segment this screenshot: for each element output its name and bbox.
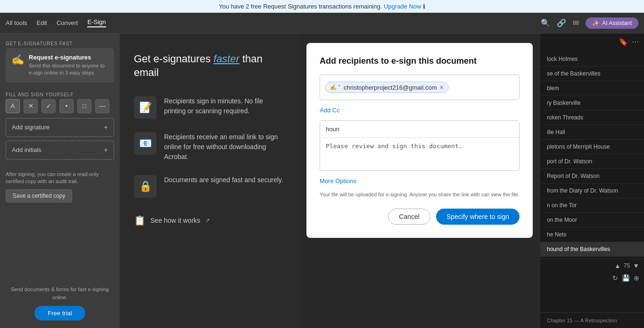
- free-trial-button[interactable]: Free trial: [34, 306, 85, 320]
- promo-item-1-text: Recipients receive an email link to sign…: [164, 132, 285, 162]
- fill-tools: A ✕ ✓ • □ —: [6, 99, 114, 113]
- nav-convert[interactable]: Convert: [57, 19, 78, 26]
- cancel-button[interactable]: Cancel: [388, 209, 430, 225]
- section-title-fill: FILL AND SIGN YOURSELF: [6, 92, 114, 97]
- book-item-5[interactable]: ille Hall: [540, 125, 644, 140]
- fill-tool-box[interactable]: □: [77, 99, 91, 113]
- see-how-works[interactable]: 📋 See how it works ↗: [134, 215, 285, 226]
- toolbar-right: 🔍 🔗 ✉ ✨ AI Assistant: [541, 17, 638, 29]
- ai-assistant-button[interactable]: ✨ AI Assistant: [586, 17, 638, 29]
- message-subject-field[interactable]: [320, 121, 519, 138]
- promo-panel: Get e-signatures faster than email 📝 Rec…: [120, 34, 299, 328]
- see-how-works-link[interactable]: See how it works: [150, 217, 200, 224]
- book-item-8[interactable]: Report of Dr. Watson: [540, 169, 644, 184]
- link-icon[interactable]: 🔗: [557, 18, 566, 27]
- book-item-6[interactable]: pletons of Merripit House: [540, 140, 644, 154]
- modal-overlay: Add recipients to e-sign this document ✍…: [299, 34, 540, 328]
- toolbar-nav: All tools Edit Convert E-Sign: [6, 18, 106, 27]
- notification-bar: You have 2 free Request Signatures trans…: [0, 0, 644, 13]
- file-notice: Your file will be uploaded for e-signing…: [320, 191, 520, 198]
- external-link-icon: ↗: [205, 217, 210, 224]
- search-icon[interactable]: 🔍: [541, 18, 550, 27]
- recipient-chip: ✍ ˅ christopherproject216@gmail.com ×: [325, 82, 449, 93]
- notification-text: You have 2 free Request Signatures trans…: [219, 3, 382, 10]
- chip-pen-icon: ✍ ˅: [330, 84, 341, 91]
- specify-where-button[interactable]: Specify where to sign: [436, 209, 520, 225]
- promo-item-0-icon: 📝: [134, 96, 157, 119]
- certified-copy-section: After signing, you can create a read-onl…: [6, 171, 114, 202]
- save-icon[interactable]: 💾: [622, 274, 630, 282]
- refresh-icon[interactable]: ↻: [612, 274, 618, 282]
- fill-tool-dot[interactable]: •: [59, 99, 74, 113]
- sidebar-bottom: Send documents & forms for fast e-signin…: [6, 286, 114, 320]
- zoom-fit-icon[interactable]: ⊕: [634, 274, 639, 282]
- certified-copy-desc: After signing, you can create a read-onl…: [6, 171, 114, 185]
- zoom-out-icon[interactable]: ▼: [633, 262, 639, 269]
- see-how-works-icon: 📋: [134, 215, 146, 226]
- promo-item-1-icon: 📧: [134, 132, 157, 155]
- request-esig-desc: Send this document to anyone to e-sign o…: [29, 62, 108, 77]
- message-input-container: Please review and sign this document.: [320, 120, 520, 171]
- more-options-link[interactable]: More Options: [320, 177, 520, 185]
- promo-item-1: 📧 Recipients receive an email link to si…: [134, 132, 285, 162]
- book-item-1[interactable]: se of the Baskervilles: [540, 67, 644, 81]
- add-cc-link[interactable]: Add Cc: [320, 107, 520, 114]
- upgrade-link[interactable]: Upgrade Now: [384, 3, 421, 10]
- book-item-10[interactable]: n on the Tor: [540, 198, 644, 213]
- fill-tool-line[interactable]: —: [95, 99, 109, 113]
- fill-tool-text[interactable]: A: [6, 99, 20, 113]
- add-signature-plus-icon: +: [104, 123, 108, 132]
- promo-faster: faster: [214, 53, 239, 65]
- book-item-12[interactable]: he Nets: [540, 227, 644, 242]
- mail-icon[interactable]: ✉: [573, 18, 579, 27]
- zoom-in-icon[interactable]: ▲: [614, 262, 621, 269]
- request-esig-card[interactable]: ✍ Request e-signatures Send this documen…: [6, 48, 114, 83]
- chip-close-icon[interactable]: ×: [440, 84, 444, 91]
- bookmark-icon[interactable]: 🔖: [619, 37, 628, 46]
- promo-title: Get e-signatures faster than email: [134, 52, 285, 79]
- more-options-icon[interactable]: ⋯: [632, 37, 639, 46]
- book-item-0[interactable]: lock Holmes: [540, 52, 644, 67]
- modal-title: Add recipients to e-sign this document: [320, 56, 520, 66]
- fill-tool-check[interactable]: ✓: [41, 99, 56, 113]
- book-item-13[interactable]: hound of the Baskervilles: [540, 242, 644, 257]
- sidebar-bottom-text: Send documents & forms for fast e-signin…: [6, 286, 114, 301]
- message-body-field[interactable]: Please review and sign this document.: [320, 138, 519, 168]
- modal: Add recipients to e-sign this document ✍…: [306, 43, 533, 238]
- right-panel-header: 🔖 ⋯: [540, 34, 644, 50]
- promo-item-2-text: Documents are signed fast and securely.: [164, 175, 283, 185]
- book-item-3[interactable]: ry Baskerville: [540, 96, 644, 110]
- book-item-2[interactable]: blem: [540, 81, 644, 96]
- ai-icon: ✨: [592, 20, 599, 26]
- sidebar-section-fill: FILL AND SIGN YOURSELF A ✕ ✓ • □ — Add s…: [6, 92, 114, 163]
- fill-tool-cross[interactable]: ✕: [24, 99, 38, 113]
- sidebar-section-esig: GET E-SIGNATURES FAST ✍ Request e-signat…: [6, 41, 114, 83]
- nav-all-tools[interactable]: All tools: [6, 19, 27, 26]
- main-content: Get e-signatures faster than email 📝 Rec…: [120, 34, 540, 328]
- promo-item-0: 📝 Recipients sign in minutes. No file pr…: [134, 96, 285, 119]
- recipient-input-container[interactable]: ✍ ˅ christopherproject216@gmail.com ×: [320, 75, 520, 100]
- section-title-esig: GET E-SIGNATURES FAST: [6, 41, 114, 46]
- sidebar: GET E-SIGNATURES FAST ✍ Request e-signat…: [0, 34, 120, 328]
- book-item-9[interactable]: from the Diary of Dr. Watson: [540, 184, 644, 198]
- toolbar: All tools Edit Convert E-Sign 🔍 🔗 ✉ ✨ AI…: [0, 13, 644, 34]
- info-icon: ℹ: [423, 3, 425, 10]
- right-panel: 🔖 ⋯ lock Holmes se of the Baskervilles b…: [540, 34, 644, 328]
- add-initials-button[interactable]: Add initials +: [6, 141, 114, 160]
- nav-esign[interactable]: E-Sign: [87, 18, 106, 27]
- nav-edit[interactable]: Edit: [37, 19, 47, 26]
- add-signature-button[interactable]: Add signature +: [6, 118, 114, 137]
- promo-item-2: 🔒 Documents are signed fast and securely…: [134, 175, 285, 198]
- promo-item-2-icon: 🔒: [134, 175, 157, 198]
- book-item-11[interactable]: on the Moor: [540, 213, 644, 227]
- zoom-level: 75: [624, 262, 630, 269]
- chapter-footer: Chapter 15 — A Retrospection: [540, 312, 644, 328]
- certified-copy-button[interactable]: Save a certified copy: [6, 189, 72, 202]
- book-item-7[interactable]: port of Dr. Watson: [540, 154, 644, 169]
- chip-email: christopherproject216@gmail.com: [344, 84, 437, 91]
- request-esig-title: Request e-signatures: [29, 54, 108, 61]
- promo-item-0-text: Recipients sign in minutes. No file prin…: [164, 96, 285, 116]
- request-esig-icon: ✍: [11, 54, 24, 66]
- app-layout: GET E-SIGNATURES FAST ✍ Request e-signat…: [0, 34, 644, 328]
- book-item-4[interactable]: roken Threads: [540, 110, 644, 125]
